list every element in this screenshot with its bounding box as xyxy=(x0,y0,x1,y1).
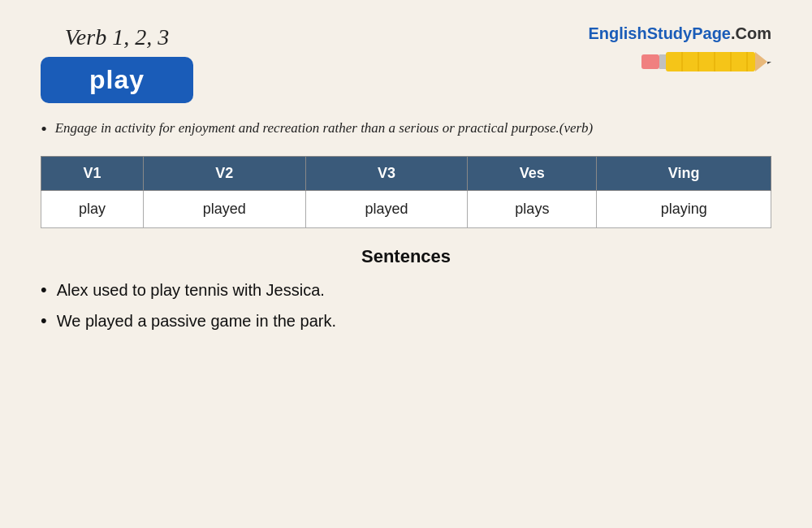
logo-text: EnglishStudyPage.Com xyxy=(588,24,771,43)
col-ving: Ving xyxy=(597,156,771,190)
page-container: Verb 1, 2, 3 play EnglishStudyPage.Com xyxy=(0,0,812,528)
col-v2: V2 xyxy=(143,156,305,190)
col-ves: Ves xyxy=(468,156,597,190)
definition-text: Engage in activity for enjoyment and rec… xyxy=(55,118,594,139)
logo-area: EnglishStudyPage.Com xyxy=(588,24,771,80)
verb-title: Verb 1, 2, 3 xyxy=(65,24,169,50)
table-header-row: V1 V2 V3 Ves Ving xyxy=(41,156,771,190)
svg-rect-1 xyxy=(659,54,666,69)
sentence-2: We played a passive game in the park. xyxy=(57,309,336,332)
sentence-list: • Alex used to play tennis with Jessica.… xyxy=(41,279,771,333)
sentences-heading: Sentences xyxy=(41,246,771,267)
cell-ving: playing xyxy=(597,190,771,227)
cell-ves: plays xyxy=(468,190,597,227)
bullet-2: • xyxy=(41,309,47,333)
verb-table: V1 V2 V3 Ves Ving play played played pla… xyxy=(41,156,771,228)
col-v3: V3 xyxy=(305,156,468,190)
svg-marker-3 xyxy=(755,52,767,71)
svg-marker-4 xyxy=(767,62,771,64)
definition-bullet: • xyxy=(41,118,47,141)
table-row: play played played plays playing xyxy=(41,190,771,227)
title-section: Verb 1, 2, 3 play xyxy=(41,24,193,103)
definition: • Engage in activity for enjoyment and r… xyxy=(41,118,771,141)
list-item: • Alex used to play tennis with Jessica. xyxy=(41,279,771,302)
bullet-1: • xyxy=(41,279,47,302)
cell-v2: played xyxy=(143,190,305,227)
pencil-icon xyxy=(641,46,771,80)
header: Verb 1, 2, 3 play EnglishStudyPage.Com xyxy=(41,24,771,103)
svg-rect-2 xyxy=(666,52,755,71)
svg-rect-0 xyxy=(641,54,659,69)
cell-v1: play xyxy=(41,190,144,227)
cell-v3: played xyxy=(305,190,468,227)
play-badge: play xyxy=(41,57,193,103)
sentence-1: Alex used to play tennis with Jessica. xyxy=(57,279,325,301)
list-item: • We played a passive game in the park. xyxy=(41,309,771,333)
col-v1: V1 xyxy=(41,156,144,190)
